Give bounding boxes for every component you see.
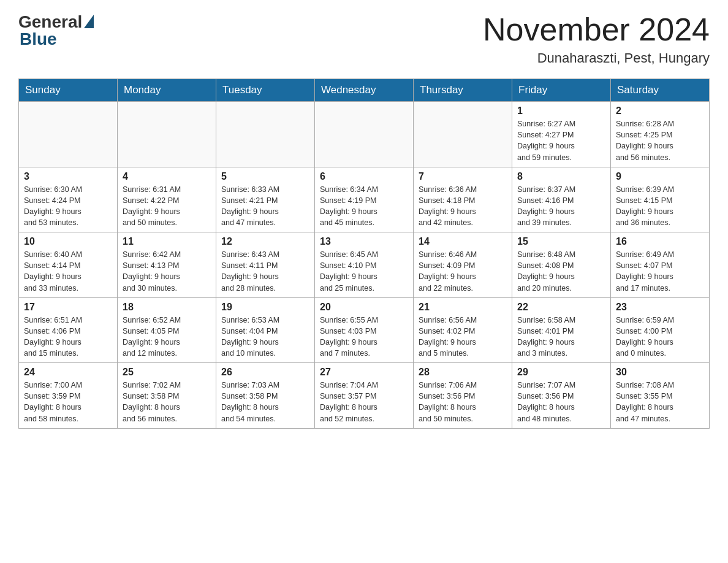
day-header-wednesday: Wednesday <box>315 79 414 102</box>
day-info: Sunrise: 6:31 AM Sunset: 4:22 PM Dayligh… <box>123 184 211 229</box>
title-area: November 2024 Dunaharaszti, Pest, Hungar… <box>483 12 710 66</box>
day-info: Sunrise: 7:02 AM Sunset: 3:58 PM Dayligh… <box>123 380 211 424</box>
calendar-cell: 25Sunrise: 7:02 AM Sunset: 3:58 PM Dayli… <box>118 363 216 429</box>
calendar-cell: 28Sunrise: 7:06 AM Sunset: 3:56 PM Dayli… <box>414 363 512 429</box>
day-number: 10 <box>24 236 112 247</box>
day-header-monday: Monday <box>118 79 216 102</box>
day-number: 26 <box>221 367 309 378</box>
day-info: Sunrise: 6:33 AM Sunset: 4:21 PM Dayligh… <box>221 184 309 229</box>
day-number: 6 <box>320 171 408 182</box>
month-title: November 2024 <box>483 12 710 47</box>
day-info: Sunrise: 6:34 AM Sunset: 4:19 PM Dayligh… <box>320 184 408 229</box>
calendar-cell: 7Sunrise: 6:36 AM Sunset: 4:18 PM Daylig… <box>414 167 512 232</box>
day-info: Sunrise: 6:58 AM Sunset: 4:01 PM Dayligh… <box>517 315 605 359</box>
location-text: Dunaharaszti, Pest, Hungary <box>483 50 710 66</box>
day-number: 2 <box>616 105 704 117</box>
day-info: Sunrise: 6:46 AM Sunset: 4:09 PM Dayligh… <box>419 249 507 294</box>
day-info: Sunrise: 7:03 AM Sunset: 3:58 PM Dayligh… <box>221 380 309 424</box>
day-number: 30 <box>616 367 704 378</box>
calendar-cell: 23Sunrise: 6:59 AM Sunset: 4:00 PM Dayli… <box>611 297 710 363</box>
calendar-cell: 18Sunrise: 6:52 AM Sunset: 4:05 PM Dayli… <box>118 297 216 363</box>
logo-blue-text: Blue <box>20 29 57 49</box>
day-info: Sunrise: 6:42 AM Sunset: 4:13 PM Dayligh… <box>123 249 211 294</box>
day-header-friday: Friday <box>512 79 611 102</box>
day-number: 28 <box>419 367 507 378</box>
day-number: 27 <box>320 367 408 378</box>
day-info: Sunrise: 6:36 AM Sunset: 4:18 PM Dayligh… <box>419 184 507 229</box>
day-number: 24 <box>24 367 112 378</box>
day-number: 23 <box>616 302 704 313</box>
calendar-cell <box>315 102 414 167</box>
day-number: 14 <box>419 236 507 247</box>
calendar-cell: 2Sunrise: 6:28 AM Sunset: 4:25 PM Daylig… <box>611 102 710 167</box>
day-number: 21 <box>419 302 507 313</box>
day-number: 18 <box>123 302 211 313</box>
day-number: 13 <box>320 236 408 247</box>
day-info: Sunrise: 7:08 AM Sunset: 3:55 PM Dayligh… <box>616 380 704 424</box>
calendar-week-1: 1Sunrise: 6:27 AM Sunset: 4:27 PM Daylig… <box>19 102 710 167</box>
day-info: Sunrise: 6:56 AM Sunset: 4:02 PM Dayligh… <box>419 315 507 359</box>
day-number: 25 <box>123 367 211 378</box>
calendar-cell: 15Sunrise: 6:48 AM Sunset: 4:08 PM Dayli… <box>512 232 611 298</box>
day-info: Sunrise: 6:51 AM Sunset: 4:06 PM Dayligh… <box>24 315 112 359</box>
day-number: 1 <box>517 105 605 117</box>
day-info: Sunrise: 6:28 AM Sunset: 4:25 PM Dayligh… <box>616 118 704 163</box>
day-number: 9 <box>616 171 704 182</box>
calendar-cell: 12Sunrise: 6:43 AM Sunset: 4:11 PM Dayli… <box>216 232 315 298</box>
day-number: 29 <box>517 367 605 378</box>
day-info: Sunrise: 6:27 AM Sunset: 4:27 PM Dayligh… <box>517 118 605 163</box>
calendar-cell: 20Sunrise: 6:55 AM Sunset: 4:03 PM Dayli… <box>315 297 414 363</box>
day-info: Sunrise: 6:59 AM Sunset: 4:00 PM Dayligh… <box>616 315 704 359</box>
calendar-cell: 14Sunrise: 6:46 AM Sunset: 4:09 PM Dayli… <box>414 232 512 298</box>
calendar-cell: 30Sunrise: 7:08 AM Sunset: 3:55 PM Dayli… <box>611 363 710 429</box>
day-number: 8 <box>517 171 605 182</box>
day-number: 11 <box>123 236 211 247</box>
page-header: General Blue November 2024 Dunaharaszti,… <box>18 12 710 66</box>
calendar-cell: 1Sunrise: 6:27 AM Sunset: 4:27 PM Daylig… <box>512 102 611 167</box>
day-info: Sunrise: 7:07 AM Sunset: 3:56 PM Dayligh… <box>517 380 605 424</box>
calendar-cell <box>216 102 315 167</box>
day-info: Sunrise: 6:37 AM Sunset: 4:16 PM Dayligh… <box>517 184 605 229</box>
day-info: Sunrise: 6:49 AM Sunset: 4:07 PM Dayligh… <box>616 249 704 294</box>
calendar-cell: 27Sunrise: 7:04 AM Sunset: 3:57 PM Dayli… <box>315 363 414 429</box>
day-number: 7 <box>419 171 507 182</box>
day-number: 20 <box>320 302 408 313</box>
calendar-cell: 21Sunrise: 6:56 AM Sunset: 4:02 PM Dayli… <box>414 297 512 363</box>
day-info: Sunrise: 7:04 AM Sunset: 3:57 PM Dayligh… <box>320 380 408 424</box>
calendar-week-5: 24Sunrise: 7:00 AM Sunset: 3:59 PM Dayli… <box>19 363 710 429</box>
calendar-cell: 19Sunrise: 6:53 AM Sunset: 4:04 PM Dayli… <box>216 297 315 363</box>
day-number: 5 <box>221 171 309 182</box>
calendar-cell: 4Sunrise: 6:31 AM Sunset: 4:22 PM Daylig… <box>118 167 216 232</box>
calendar-cell: 16Sunrise: 6:49 AM Sunset: 4:07 PM Dayli… <box>611 232 710 298</box>
day-number: 3 <box>24 171 112 182</box>
calendar-cell: 5Sunrise: 6:33 AM Sunset: 4:21 PM Daylig… <box>216 167 315 232</box>
day-header-sunday: Sunday <box>19 79 118 102</box>
day-info: Sunrise: 6:55 AM Sunset: 4:03 PM Dayligh… <box>320 315 408 359</box>
calendar-header: SundayMondayTuesdayWednesdayThursdayFrid… <box>19 79 710 102</box>
day-info: Sunrise: 6:48 AM Sunset: 4:08 PM Dayligh… <box>517 249 605 294</box>
day-info: Sunrise: 6:39 AM Sunset: 4:15 PM Dayligh… <box>616 184 704 229</box>
calendar-cell: 29Sunrise: 7:07 AM Sunset: 3:56 PM Dayli… <box>512 363 611 429</box>
day-number: 15 <box>517 236 605 247</box>
calendar-cell <box>19 102 118 167</box>
day-header-thursday: Thursday <box>414 79 512 102</box>
calendar-cell: 8Sunrise: 6:37 AM Sunset: 4:16 PM Daylig… <box>512 167 611 232</box>
day-info: Sunrise: 6:45 AM Sunset: 4:10 PM Dayligh… <box>320 249 408 294</box>
calendar-cell: 6Sunrise: 6:34 AM Sunset: 4:19 PM Daylig… <box>315 167 414 232</box>
day-info: Sunrise: 6:52 AM Sunset: 4:05 PM Dayligh… <box>123 315 211 359</box>
calendar-week-4: 17Sunrise: 6:51 AM Sunset: 4:06 PM Dayli… <box>19 297 710 363</box>
calendar-cell: 3Sunrise: 6:30 AM Sunset: 4:24 PM Daylig… <box>19 167 118 232</box>
calendar-cell: 24Sunrise: 7:00 AM Sunset: 3:59 PM Dayli… <box>19 363 118 429</box>
day-number: 22 <box>517 302 605 313</box>
day-header-saturday: Saturday <box>611 79 710 102</box>
day-header-tuesday: Tuesday <box>216 79 315 102</box>
calendar-cell: 17Sunrise: 6:51 AM Sunset: 4:06 PM Dayli… <box>19 297 118 363</box>
logo-triangle-icon <box>84 15 94 28</box>
calendar-cell: 9Sunrise: 6:39 AM Sunset: 4:15 PM Daylig… <box>611 167 710 232</box>
day-info: Sunrise: 7:00 AM Sunset: 3:59 PM Dayligh… <box>24 380 112 424</box>
calendar-cell: 10Sunrise: 6:40 AM Sunset: 4:14 PM Dayli… <box>19 232 118 298</box>
calendar-week-3: 10Sunrise: 6:40 AM Sunset: 4:14 PM Dayli… <box>19 232 710 298</box>
calendar-cell: 26Sunrise: 7:03 AM Sunset: 3:58 PM Dayli… <box>216 363 315 429</box>
calendar-cell: 13Sunrise: 6:45 AM Sunset: 4:10 PM Dayli… <box>315 232 414 298</box>
day-number: 12 <box>221 236 309 247</box>
